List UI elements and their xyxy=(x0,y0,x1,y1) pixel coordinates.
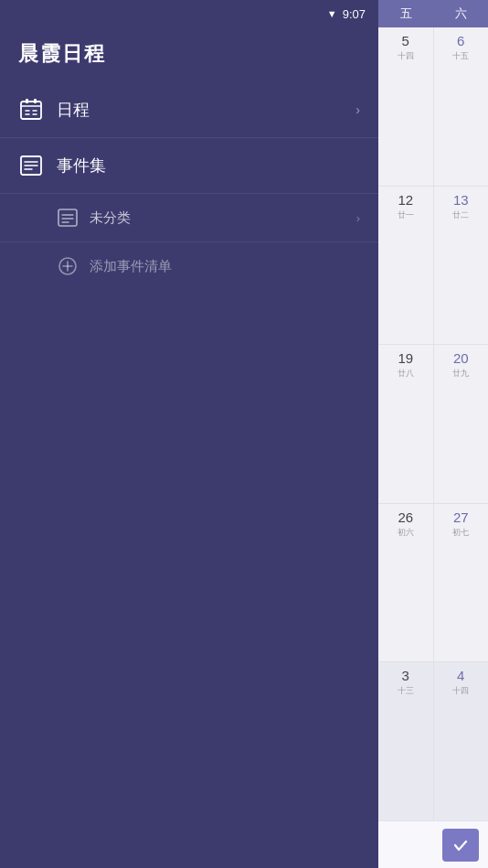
svg-rect-3 xyxy=(34,99,37,103)
day-header-sat: 六 xyxy=(433,5,488,22)
cal-num: 13 xyxy=(453,192,469,208)
cal-cell[interactable]: 13 廿二 xyxy=(434,187,489,345)
cal-cell[interactable]: 20 廿九 xyxy=(434,345,489,503)
uncategorized-label: 未分类 xyxy=(90,209,356,227)
cal-week-5: 3 十三 4 十四 xyxy=(378,662,488,820)
cal-num: 4 xyxy=(457,668,464,683)
add-list-item[interactable]: 添加事件清单 xyxy=(0,242,378,290)
calendar-grid: 5 十四 6 十五 12 廿一 13 廿二 xyxy=(378,27,488,820)
calendar-header: 五 六 xyxy=(378,0,488,27)
schedule-arrow: › xyxy=(355,102,360,117)
cal-lunar: 十四 xyxy=(398,50,414,62)
status-time: 9:07 xyxy=(343,7,366,21)
add-icon xyxy=(57,255,79,277)
cal-lunar: 初七 xyxy=(452,527,469,539)
cal-cell[interactable]: 19 廿八 xyxy=(378,345,434,503)
cal-cell[interactable]: 4 十四 xyxy=(434,662,489,820)
cal-num: 20 xyxy=(453,350,469,366)
calendar-panel: 五 六 5 十四 6 十五 12 廿一 xyxy=(378,0,488,868)
cal-lunar: 初六 xyxy=(398,527,414,539)
status-bar: ▼ 9:07 xyxy=(0,0,378,27)
day-header-fri: 五 xyxy=(378,5,433,22)
cal-cell[interactable]: 26 初六 xyxy=(378,504,434,662)
cal-week-1: 5 十四 6 十五 xyxy=(378,27,488,187)
sub-item-uncategorized[interactable]: 未分类 › xyxy=(0,194,378,242)
cal-num: 6 xyxy=(457,33,464,48)
cal-week-4: 26 初六 27 初七 xyxy=(378,504,488,663)
menu-item-eventset[interactable]: 事件集 xyxy=(0,138,378,194)
bottom-bar xyxy=(378,820,488,868)
cal-week-3: 19 廿八 20 廿九 xyxy=(378,345,488,504)
cal-lunar: 廿一 xyxy=(398,209,414,221)
cal-cell[interactable]: 27 初七 xyxy=(434,504,489,662)
cal-lunar: 十五 xyxy=(452,50,469,62)
cal-num: 19 xyxy=(398,350,413,366)
cal-num: 26 xyxy=(398,509,413,525)
uncategorized-arrow: › xyxy=(356,211,360,225)
schedule-icon xyxy=(18,97,44,123)
cal-cell[interactable]: 5 十四 xyxy=(378,27,434,186)
check-button[interactable] xyxy=(442,829,479,862)
cal-cell[interactable]: 6 十五 xyxy=(434,27,489,186)
svg-rect-2 xyxy=(26,99,28,103)
cal-num: 5 xyxy=(402,33,409,48)
screen: ▼ 9:07 晨霞日程 日程 › xyxy=(0,0,488,868)
cal-cell[interactable]: 12 廿一 xyxy=(378,187,434,345)
svg-rect-12 xyxy=(58,209,77,226)
cal-num: 12 xyxy=(398,192,413,208)
cal-lunar: 十三 xyxy=(398,685,414,697)
cal-cell[interactable]: 3 十三 xyxy=(378,662,434,820)
svg-rect-0 xyxy=(21,102,41,119)
cal-num: 3 xyxy=(402,668,409,683)
schedule-label: 日程 xyxy=(57,99,355,121)
eventset-label: 事件集 xyxy=(57,155,360,177)
cal-lunar: 十四 xyxy=(452,685,469,697)
app-title: 晨霞日程 xyxy=(0,27,378,82)
cal-num: 27 xyxy=(453,509,469,525)
uncategorized-icon xyxy=(57,207,79,229)
wifi-icon: ▼ xyxy=(327,8,337,19)
cal-lunar: 廿二 xyxy=(452,209,469,221)
cal-week-2: 12 廿一 13 廿二 xyxy=(378,187,488,346)
eventset-icon xyxy=(18,153,44,178)
menu-item-schedule[interactable]: 日程 › xyxy=(0,82,378,138)
cal-lunar: 廿八 xyxy=(398,368,414,380)
cal-lunar: 廿九 xyxy=(452,368,469,380)
add-list-label: 添加事件清单 xyxy=(90,258,172,275)
drawer: ▼ 9:07 晨霞日程 日程 › xyxy=(0,0,378,868)
